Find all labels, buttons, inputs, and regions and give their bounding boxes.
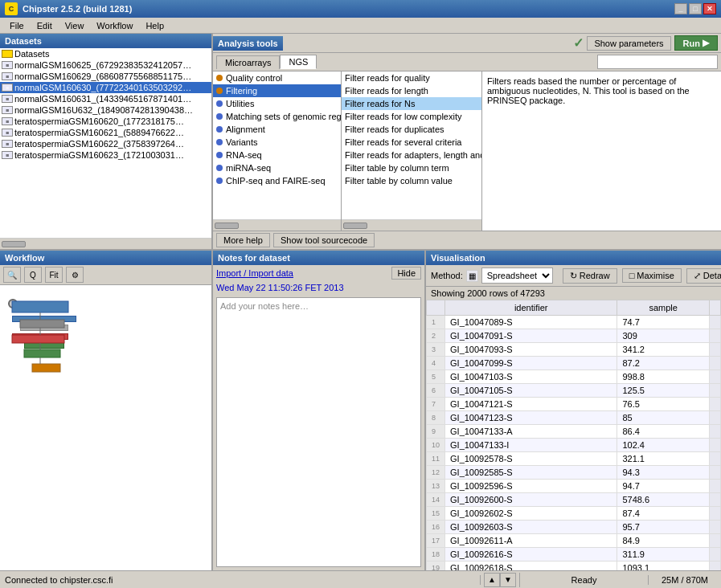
hide-button[interactable]: Hide: [391, 267, 421, 280]
datasets-list[interactable]: Datasets ≡ normalGSM160625_(672923835324…: [0, 48, 211, 238]
tools-list[interactable]: Filter reads for quality Filter reads fo…: [342, 71, 481, 219]
workflow-zoom-button[interactable]: Q: [24, 267, 42, 283]
table-row[interactable]: 19GI_10092618-S1093.1: [427, 561, 721, 571]
redraw-button[interactable]: ↻ Redraw: [563, 268, 617, 284]
datasets-folder[interactable]: Datasets: [0, 48, 211, 59]
vis-rows-info: Showing 2000 rows of 47293: [426, 287, 721, 300]
list-item[interactable]: Filter reads for quality: [342, 71, 481, 84]
table-row[interactable]: 3GI_10047093-S341.2: [427, 343, 721, 357]
category-dot: [216, 113, 223, 120]
dataset-label: teratospermiaGSM160621_(5889476622…: [14, 128, 184, 137]
table-row[interactable]: 1GI_10047089-S74.7: [427, 316, 721, 329]
menu-view[interactable]: View: [59, 19, 91, 32]
table-row[interactable]: 5GI_10047103-S998.8: [427, 370, 721, 384]
list-item[interactable]: Matching sets of genomic reg…: [213, 110, 341, 123]
table-row[interactable]: 17GI_10092611-A84.9: [427, 534, 721, 548]
list-item[interactable]: Utilities: [213, 97, 341, 110]
cell-identifier: GI_10047133-A: [445, 425, 617, 439]
list-item[interactable]: Filtering: [213, 84, 341, 97]
notes-textarea[interactable]: [216, 297, 421, 567]
table-row[interactable]: 12GI_10092585-S94.3: [427, 466, 721, 480]
workflow-fit-button[interactable]: Fit: [45, 267, 63, 283]
table-row[interactable]: 10GI_10047133-I102.4: [427, 439, 721, 452]
table-row[interactable]: 18GI_10092616-S311.9: [427, 548, 721, 561]
cell-scroll: [710, 521, 721, 534]
list-item[interactable]: Alignment: [213, 123, 341, 136]
spreadsheet-container[interactable]: identifier sample 1GI_10047089-S74.72GI_…: [426, 300, 721, 570]
import-data-link[interactable]: Import / Import data: [216, 268, 293, 278]
menu-workflow[interactable]: Workflow: [90, 19, 139, 32]
col-identifier-header[interactable]: identifier: [445, 300, 617, 316]
list-item[interactable]: Filter table by column value: [342, 174, 481, 187]
workflow-settings-button[interactable]: ⚙: [66, 267, 84, 283]
menu-edit[interactable]: Edit: [31, 19, 59, 32]
table-row[interactable]: 7GI_10047121-S76.5: [427, 398, 721, 411]
table-row[interactable]: 15GI_10092602-S87.4: [427, 507, 721, 521]
col2-hscroll[interactable]: [342, 219, 481, 231]
list-item[interactable]: Quality control: [213, 71, 341, 84]
list-item[interactable]: ≡ normalGSM160631_(14339465167871401…: [0, 93, 211, 104]
list-item[interactable]: ≡ normalGSM160630_(77722340163503292…: [0, 82, 211, 93]
list-item[interactable]: ≡ normalGSM160625_(67292383532412057…: [0, 59, 211, 71]
table-row[interactable]: 2GI_10047091-S309: [427, 329, 721, 343]
show-parameters-button[interactable]: Show parameters: [587, 36, 670, 51]
menu-file[interactable]: File: [3, 19, 31, 32]
table-row[interactable]: 16GI_10092603-S95.7: [427, 521, 721, 534]
datasets-hscrollbar[interactable]: [0, 238, 211, 249]
show-source-button[interactable]: Show tool sourcecode: [273, 233, 375, 247]
table-row[interactable]: 14GI_10092600-S5748.6: [427, 493, 721, 507]
list-item[interactable]: Filter reads for length: [342, 84, 481, 97]
list-item[interactable]: Filter reads for duplicates: [342, 123, 481, 136]
list-item[interactable]: RNA-seq: [213, 149, 341, 161]
cell-sample: 74.7: [617, 316, 710, 329]
list-item[interactable]: ≡ normalGSM16U632_(18490874281390438…: [0, 104, 211, 116]
list-item[interactable]: Variants: [213, 136, 341, 149]
analysis-search-input[interactable]: [597, 55, 718, 69]
cell-identifier: GI_10092600-S: [445, 493, 617, 507]
table-row[interactable]: 11GI_10092578-S321.1: [427, 452, 721, 466]
list-item[interactable]: ≡ teratospermiaGSM160620_(1772318175…: [0, 116, 211, 127]
list-item[interactable]: Filter table by column term: [342, 161, 481, 174]
list-item[interactable]: miRNA-seq: [213, 161, 341, 174]
table-row[interactable]: 4GI_10047099-S87.2: [427, 357, 721, 370]
cell-scroll: [710, 343, 721, 357]
table-row[interactable]: 13GI_10092596-S94.7: [427, 480, 721, 493]
list-item[interactable]: ≡ teratospermiaGSM160623_(1721003031…: [0, 149, 211, 161]
list-item[interactable]: ≡ teratospermiaGSM160622_(3758397264…: [0, 138, 211, 149]
col1-hscroll[interactable]: [213, 219, 341, 231]
detach-button[interactable]: ⤢ Detach: [686, 268, 721, 284]
tab-microarrays[interactable]: Microarrays: [216, 55, 280, 69]
list-item[interactable]: Filter reads for low complexity: [342, 110, 481, 123]
table-row[interactable]: 6GI_10047105-S125.5: [427, 384, 721, 398]
maximize-button[interactable]: □: [689, 3, 702, 14]
scroll-up-button[interactable]: ▲: [484, 573, 500, 587]
categories-list[interactable]: Quality control Filtering Utilities: [213, 71, 341, 219]
list-item[interactable]: ChIP-seq and FAIRE-seq: [213, 174, 341, 187]
minimize-button[interactable]: _: [674, 3, 687, 14]
close-button[interactable]: ✕: [703, 3, 716, 14]
run-button[interactable]: Run ▶: [674, 35, 718, 51]
list-item[interactable]: ≡ teratospermiaGSM160621_(5889476622…: [0, 127, 211, 138]
list-item[interactable]: Filter reads for adapters, length and…: [342, 149, 481, 161]
table-row[interactable]: 8GI_10047123-S85: [427, 411, 721, 425]
col-sample-header[interactable]: sample: [617, 300, 710, 316]
hscroll-thumb[interactable]: [2, 241, 26, 247]
maximise-button[interactable]: □ Maximise: [622, 268, 682, 283]
statusbar: Connected to chipster.csc.fi ▲ ▼ Ready 2…: [0, 570, 721, 588]
row-number: 1: [427, 316, 445, 329]
cell-identifier: GI_10047089-S: [445, 316, 617, 329]
scroll-down-button[interactable]: ▼: [500, 573, 516, 587]
main-area: Datasets Datasets ≡ normalGSM160625_(672…: [0, 34, 721, 588]
table-row[interactable]: 9GI_10047133-A86.4: [427, 425, 721, 439]
cell-scroll: [710, 480, 721, 493]
menu-help[interactable]: Help: [139, 19, 170, 32]
dataset-icon: ≡: [2, 151, 13, 159]
tab-ngs[interactable]: NGS: [280, 55, 317, 69]
list-item[interactable]: Filter reads for Ns: [342, 97, 481, 110]
method-select[interactable]: Spreadsheet: [481, 267, 553, 284]
list-item[interactable]: Filter reads for several criteria: [342, 136, 481, 149]
more-help-button[interactable]: More help: [216, 233, 270, 247]
workflow-search-button[interactable]: 🔍: [3, 267, 21, 283]
status-ready: Ready: [520, 575, 649, 585]
list-item[interactable]: ≡ normalGSM160629_(68608775568851175…: [0, 71, 211, 82]
